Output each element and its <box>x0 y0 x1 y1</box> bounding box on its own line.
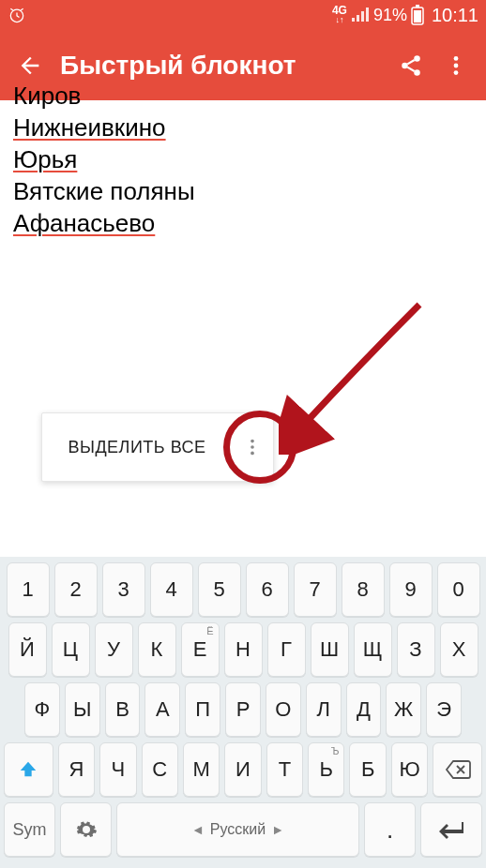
svg-point-12 <box>251 452 254 456</box>
key-М[interactable]: М <box>183 742 220 797</box>
key-3[interactable]: 3 <box>102 562 145 617</box>
key-Т[interactable]: Т <box>266 742 303 797</box>
note-content[interactable]: КировНижнеивкиноЮрьяВятские поляныАфанас… <box>0 80 486 239</box>
key-0[interactable]: 0 <box>437 562 480 617</box>
share-button[interactable] <box>388 43 433 88</box>
note-line: Нижнеивкино <box>13 112 473 143</box>
network-4g-icon: 4G ↓↑ <box>332 6 347 24</box>
status-left <box>8 6 26 24</box>
key-Ю[interactable]: Ю <box>391 742 428 797</box>
spacebar-key[interactable]: ◄ Русский ► <box>116 802 359 857</box>
key-Г[interactable]: Г <box>267 622 306 677</box>
key-Х[interactable]: Х <box>440 622 478 677</box>
key-З[interactable]: З <box>397 622 435 677</box>
svg-point-10 <box>251 440 254 443</box>
key-Н[interactable]: Н <box>224 622 263 677</box>
key-О[interactable]: О <box>266 682 301 737</box>
keyboard-language-label: Русский <box>210 821 266 838</box>
app-title: Быстрый блокнот <box>53 51 388 81</box>
key-Ж[interactable]: Ж <box>386 682 421 737</box>
signal-icon <box>351 7 370 22</box>
key-sup: Ъ <box>331 745 340 756</box>
key-Щ[interactable]: Щ <box>354 622 392 677</box>
svg-rect-3 <box>414 10 421 22</box>
popup-overflow-button[interactable] <box>232 413 273 481</box>
battery-icon <box>411 5 424 25</box>
svg-point-4 <box>414 55 420 61</box>
key-В[interactable]: В <box>105 682 141 737</box>
enter-key[interactable] <box>420 802 482 857</box>
key-Е[interactable]: ЕЁ <box>181 622 220 677</box>
svg-point-8 <box>454 63 459 67</box>
key-Ч[interactable]: Ч <box>99 742 136 797</box>
key-С[interactable]: С <box>142 742 178 797</box>
status-bar: 4G ↓↑ 91% 10:11 <box>0 0 486 30</box>
key-П[interactable]: П <box>185 682 220 737</box>
key-Й[interactable]: Й <box>8 622 47 677</box>
svg-point-7 <box>454 56 459 61</box>
annotation-arrow <box>279 295 438 455</box>
key-Ш[interactable]: Ш <box>311 622 349 677</box>
key-9[interactable]: 9 <box>389 562 433 617</box>
note-line: Юрья <box>13 143 473 175</box>
key-Ф[interactable]: Ф <box>24 682 60 737</box>
text-selection-popup: ВЫДЕЛИТЬ ВСЕ <box>41 412 274 482</box>
key-Ь[interactable]: ЬЪ <box>308 742 344 797</box>
key-И[interactable]: И <box>224 742 261 797</box>
key-Д[interactable]: Д <box>346 682 382 737</box>
key-К[interactable]: К <box>138 622 176 677</box>
key-Л[interactable]: Л <box>306 682 342 737</box>
settings-key[interactable] <box>60 802 112 857</box>
key-Б[interactable]: Б <box>349 742 386 797</box>
key-Ц[interactable]: Ц <box>52 622 90 677</box>
svg-point-6 <box>414 69 420 76</box>
key-8[interactable]: 8 <box>342 562 385 617</box>
note-line: Вятские поляны <box>13 175 473 207</box>
key-Р[interactable]: Р <box>225 682 261 737</box>
key-Э[interactable]: Э <box>426 682 462 737</box>
overflow-menu-button[interactable] <box>433 43 478 88</box>
status-time: 10:11 <box>432 5 478 26</box>
key-7[interactable]: 7 <box>294 562 337 617</box>
keyboard: 1234567890 ЙЦУКЕЁНГШЩЗХ ФЫВАПРОЛДЖЭ ЯЧСМ… <box>0 557 486 868</box>
svg-rect-2 <box>416 5 419 7</box>
key-sup: Ё <box>206 625 213 636</box>
key-2[interactable]: 2 <box>54 562 98 617</box>
period-key[interactable]: . <box>364 802 416 857</box>
alarm-icon <box>8 6 26 24</box>
select-all-button[interactable]: ВЫДЕЛИТЬ ВСЕ <box>42 438 232 457</box>
key-А[interactable]: А <box>144 682 180 737</box>
key-Ы[interactable]: Ы <box>65 682 100 737</box>
chevron-left-icon: ◄ <box>191 822 205 837</box>
battery-percent: 91% <box>373 6 407 25</box>
status-right: 4G ↓↑ 91% 10:11 <box>332 5 478 26</box>
key-У[interactable]: У <box>95 622 133 677</box>
key-4[interactable]: 4 <box>150 562 193 617</box>
shift-key[interactable] <box>4 742 53 797</box>
svg-point-9 <box>454 70 459 75</box>
chevron-right-icon: ► <box>271 822 284 837</box>
key-6[interactable]: 6 <box>246 562 289 617</box>
symbols-key[interactable]: Sym <box>4 802 55 857</box>
backspace-key[interactable] <box>433 742 482 797</box>
svg-point-5 <box>402 62 408 68</box>
key-5[interactable]: 5 <box>198 562 241 617</box>
key-Я[interactable]: Я <box>58 742 95 797</box>
svg-point-11 <box>251 445 254 449</box>
note-line: Афанасьево <box>13 207 473 239</box>
key-1[interactable]: 1 <box>7 562 50 617</box>
